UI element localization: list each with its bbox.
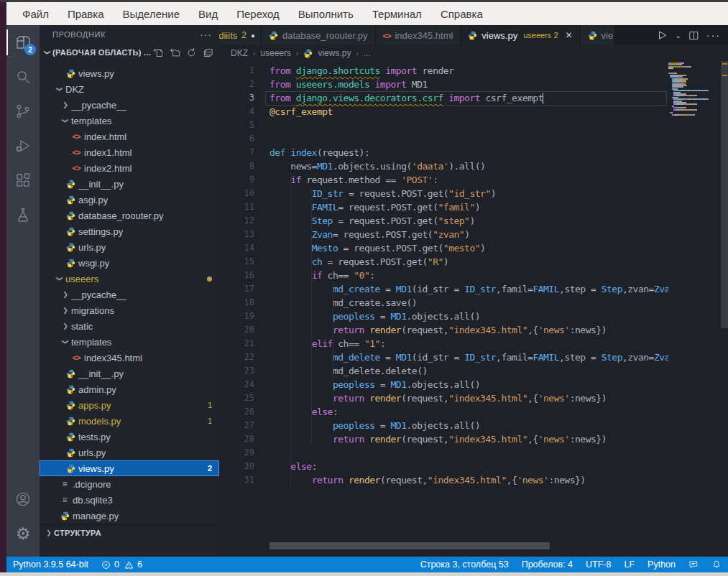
code-editor[interactable]: 1234567891011121314151617181920212223242…: [219, 61, 728, 549]
vertical-scrollbar[interactable]: [721, 61, 728, 549]
tree-file-views.py[interactable]: views.py2: [40, 460, 219, 476]
menu-item-выполнить[interactable]: Выполнить: [289, 5, 363, 23]
line-number: 9: [219, 173, 254, 187]
tree-folder-templates[interactable]: ❯templates: [40, 334, 219, 350]
tree-file-index1.html[interactable]: <>index1.html: [40, 144, 219, 160]
menu-item-выделение[interactable]: Выделение: [114, 5, 189, 23]
horizontal-scrollbar-thumb[interactable]: [269, 542, 550, 549]
tree-file-settings.py[interactable]: settings.py: [40, 223, 219, 239]
tree-item-label: admin.py: [78, 384, 116, 395]
tree-file-models.py[interactable]: models.py1: [40, 413, 219, 429]
encoding-status[interactable]: UTF-8: [579, 557, 617, 572]
activity-testing-button[interactable]: [6, 198, 40, 232]
workspace-section-header[interactable]: ❯ (РАБОЧАЯ ОБЛАСТЬ) ...: [40, 44, 219, 61]
python-icon: [64, 227, 77, 236]
tree-file-index.html[interactable]: <>index.html: [40, 129, 219, 144]
tree-item-label: templates: [71, 337, 111, 348]
breadcrumb-item[interactable]: DKZ: [231, 48, 248, 58]
tree-file-.dcignore[interactable]: ≡.dcignore: [40, 476, 219, 492]
activity-search-button[interactable]: [6, 60, 40, 94]
tab-diiits[interactable]: diiits2●: [219, 25, 262, 45]
breadcrumb-item[interactable]: views.py: [318, 48, 351, 58]
tree-file-__init__.py[interactable]: __init__.py: [40, 176, 219, 192]
menu-item-файл[interactable]: Файл: [13, 5, 58, 23]
split-editor-button[interactable]: [688, 30, 699, 41]
notifications-bell-button[interactable]: [705, 557, 728, 572]
new-file-button[interactable]: [153, 47, 164, 58]
line-number: 8: [219, 159, 254, 173]
indentation-status[interactable]: Пробелов: 4: [515, 557, 579, 572]
tree-folder-DKZ[interactable]: ❯DKZ: [40, 81, 219, 97]
tree-file-db.sqlite3[interactable]: ≡db.sqlite3: [40, 492, 219, 508]
tree-file-database_roouter.py[interactable]: database_roouter.py: [40, 208, 219, 223]
activity-settings-button[interactable]: ⚙: [6, 516, 40, 551]
code-line: def index(request):: [269, 146, 668, 159]
horizontal-scrollbar[interactable]: [219, 542, 728, 549]
breadcrumb-item[interactable]: ...: [364, 48, 371, 58]
python-icon: [64, 369, 77, 378]
tree-file-__init__.py[interactable]: __init__.py: [40, 366, 219, 381]
explorer-more-actions-button[interactable]: ···: [200, 29, 212, 40]
python-interpreter-status[interactable]: Python 3.9.5 64-bit: [6, 557, 95, 572]
tree-item-label: database_roouter.py: [78, 210, 164, 221]
run-button[interactable]: [657, 29, 668, 41]
close-icon[interactable]: ✕: [566, 30, 573, 40]
problems-status[interactable]: 0 6: [95, 557, 150, 572]
tree-file-urls.py[interactable]: urls.py: [40, 445, 219, 460]
menu-item-вид[interactable]: Вид: [189, 5, 227, 23]
menu-item-правка[interactable]: Правка: [58, 5, 114, 23]
activity-extensions-button[interactable]: [6, 163, 40, 198]
outline-label: СТРУКТУРА: [54, 529, 101, 537]
tab-database_roouter.py[interactable]: database_roouter.py: [262, 25, 376, 45]
activity-explorer-button[interactable]: 2: [6, 25, 40, 60]
tab-index345.html[interactable]: <>index345.html: [376, 25, 461, 45]
menu-item-терминал[interactable]: Терминал: [363, 5, 431, 23]
new-folder-button[interactable]: [170, 47, 180, 58]
python-icon: [64, 401, 77, 410]
minimap[interactable]: [668, 61, 719, 116]
feedback-button[interactable]: [682, 557, 705, 572]
tab-views.py[interactable]: views.pyuseeers 2✕: [461, 25, 580, 45]
collapse-all-button[interactable]: [203, 47, 213, 58]
tree-folder-static[interactable]: ❯static: [40, 318, 219, 334]
tree-file-manage.py[interactable]: manage.py: [40, 508, 219, 524]
tree-file-apps.py[interactable]: apps.py1: [40, 397, 219, 413]
tree-folder-templates[interactable]: ❯templates: [40, 113, 219, 129]
refresh-button[interactable]: [186, 47, 197, 58]
tab-description: useeers 2: [523, 31, 558, 40]
activity-run-debug-button[interactable]: [6, 129, 40, 163]
activity-account-button[interactable]: [6, 482, 40, 516]
activity-source-control-button[interactable]: [6, 94, 40, 129]
html-icon: <>: [70, 148, 83, 157]
indent-guide: [311, 187, 312, 446]
tree-file-views.py[interactable]: views.py: [40, 65, 219, 81]
tree-file-index2.html[interactable]: <>index2.html: [40, 160, 219, 176]
tree-item-label: urls.py: [78, 447, 106, 458]
menu-item-справка[interactable]: Справка: [431, 5, 492, 23]
tree-file-tests.py[interactable]: tests.py: [40, 429, 219, 445]
tree-file-wsgi.py[interactable]: wsgi.py: [40, 255, 219, 271]
tree-file-asgi.py[interactable]: asgi.py: [40, 192, 219, 208]
cursor-position-status[interactable]: Строка 3, столбец 53: [414, 557, 515, 572]
tree-file-urls.py[interactable]: urls.py: [40, 239, 219, 255]
tree-folder-__pycache__[interactable]: ❯__pycache__: [40, 97, 219, 113]
account-icon: [14, 491, 32, 508]
language-mode-status[interactable]: Python: [641, 557, 682, 572]
vertical-scrollbar-thumb[interactable]: [721, 61, 728, 328]
tree-folder-migrations[interactable]: ❯migrations: [40, 302, 219, 318]
menu-item-переход[interactable]: Переход: [227, 5, 289, 23]
tree-file-admin.py[interactable]: admin.py: [40, 381, 219, 397]
run-dropdown-icon[interactable]: ⌄: [676, 32, 681, 40]
outline-section-header[interactable]: ❯ СТРУКТУРА: [40, 524, 219, 541]
tab-vie[interactable]: vie: [581, 25, 615, 45]
tree-file-index345.html[interactable]: <>index345.html: [40, 350, 219, 366]
python-icon: [64, 464, 77, 473]
tree-folder-__pycache__[interactable]: ❯__pycache__: [40, 287, 219, 302]
breadcrumb[interactable]: DKZ›useeers›views.py›...: [219, 45, 728, 61]
breadcrumb-item[interactable]: useeers: [260, 48, 291, 58]
code-line: ID_str = request.POST.get("id_str"): [269, 187, 668, 200]
eol-status[interactable]: LF: [617, 557, 641, 572]
tree-folder-useeers[interactable]: ❯useeers: [40, 271, 219, 287]
tree-item-label: urls.py: [78, 242, 106, 253]
more-actions-button[interactable]: ···: [706, 29, 721, 41]
